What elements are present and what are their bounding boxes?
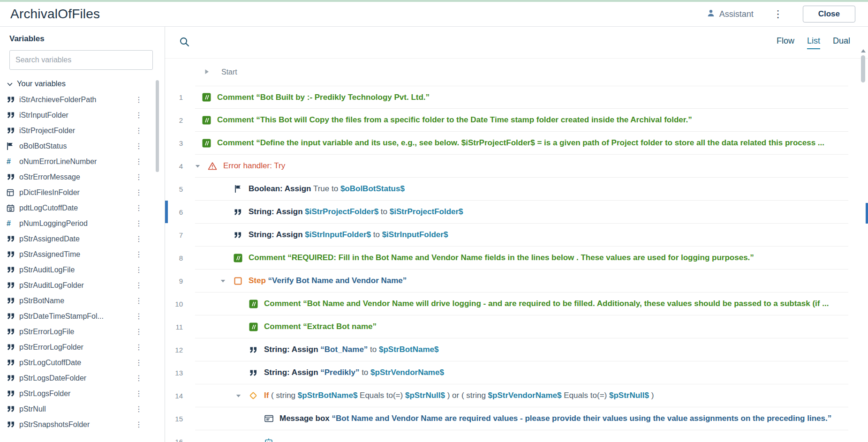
action-card[interactable]: Comment “Define the input variable and i… — [195, 132, 848, 155]
variable-item[interactable]: pStrDateTimeStampFol...⋮ — [7, 308, 144, 324]
variable-menu-button[interactable]: ⋮ — [134, 142, 144, 150]
variable-menu-button[interactable]: ⋮ — [134, 343, 144, 352]
flow-line-16[interactable]: 16 — [165, 430, 848, 442]
action-card[interactable]: Comment “REQUIRED: Fill in the Bot Name … — [195, 247, 848, 270]
variable-menu-button[interactable]: ⋮ — [134, 405, 144, 413]
variable-menu-button[interactable]: ⋮ — [134, 389, 144, 398]
flow-line-9[interactable]: 9Step “Verify Bot Name and Vendor Name” — [165, 270, 848, 292]
variable-menu-button[interactable]: ⋮ — [134, 157, 144, 166]
variable-item[interactable]: pStrAssignedDate⋮ — [7, 231, 144, 247]
variable-menu-button[interactable]: ⋮ — [134, 219, 144, 228]
variable-menu-button[interactable]: ⋮ — [134, 188, 144, 197]
collapse-chevron-icon[interactable] — [220, 279, 226, 283]
variable-item[interactable]: pStrAssignedTime⋮ — [7, 247, 144, 262]
view-option-flow[interactable]: Flow — [777, 36, 794, 49]
variable-item[interactable]: pStrNull⋮ — [7, 401, 144, 417]
action-card[interactable]: If ( string $pStrBotName$ Equals to(=) $… — [195, 384, 848, 407]
variable-menu-button[interactable]: ⋮ — [134, 296, 144, 305]
action-card[interactable] — [195, 430, 848, 442]
action-card[interactable]: Comment “Bot Name and Vendor Name will d… — [195, 292, 848, 315]
variable-menu-button[interactable]: ⋮ — [134, 281, 144, 290]
action-card[interactable]: String: Assign $iStrInputFolder$ to $iSt… — [195, 224, 848, 247]
search-actions-icon[interactable] — [179, 37, 189, 49]
variable-item[interactable]: iStrArchieveFolderPath⋮ — [7, 92, 144, 107]
action-card[interactable]: Comment “This Bot will Copy the files fr… — [195, 109, 848, 132]
flow-line-14[interactable]: 14If ( string $pStrBotName$ Equals to(=)… — [165, 384, 848, 407]
action-card[interactable]: String: Assign “Bot_Name” to $pStrBotNam… — [195, 338, 848, 361]
variable-menu-button[interactable]: ⋮ — [134, 420, 144, 429]
line-number: 4 — [165, 155, 195, 178]
start-row[interactable]: Start — [165, 59, 868, 86]
variable-menu-button[interactable]: ⋮ — [134, 234, 144, 243]
your-variables-toggle[interactable]: Your variables — [0, 79, 165, 88]
comment-icon — [248, 300, 258, 308]
variable-item[interactable]: #oNumErrorLineNumber⋮ — [7, 154, 144, 169]
flow-line-8[interactable]: 8Comment “REQUIRED: Fill in the Bot Name… — [165, 247, 848, 270]
action-card[interactable]: Error handler: Try — [195, 155, 848, 178]
variable-item[interactable]: pStrBotName⋮ — [7, 293, 144, 308]
variable-menu-button[interactable]: ⋮ — [134, 327, 144, 336]
action-card[interactable]: Comment “Extract Bot name” — [195, 315, 848, 338]
action-card[interactable]: Boolean: Assign True to $oBolBotStatus$ — [195, 178, 848, 201]
scroll-thumb[interactable] — [861, 55, 865, 82]
variable-item[interactable]: pStrErrorLogFolder⋮ — [7, 339, 144, 355]
flow-line-3[interactable]: 3Comment “Define the input variable and … — [165, 132, 848, 155]
variable-menu-button[interactable]: ⋮ — [134, 312, 144, 321]
variable-menu-button[interactable]: ⋮ — [134, 265, 144, 274]
segment-plain: ) or ( string — [445, 391, 488, 400]
scroll-up-arrow-icon[interactable] — [861, 49, 866, 52]
action-text: Comment “Bot Name and Vendor Name will d… — [264, 299, 848, 308]
variable-menu-button[interactable]: ⋮ — [134, 95, 144, 104]
variable-item[interactable]: iStrProjectFolder⋮ — [7, 123, 144, 138]
action-card[interactable]: Comment “Bot Built by :- Predikly Techno… — [195, 86, 848, 109]
close-button[interactable]: Close — [803, 6, 855, 22]
action-card[interactable]: Step “Verify Bot Name and Vendor Name” — [195, 270, 848, 292]
variable-menu-button[interactable]: ⋮ — [134, 203, 144, 212]
variable-item[interactable]: pdtLogCutoffDate⋮ — [7, 200, 144, 216]
action-card[interactable]: String: Assign $iStrProjectFolder$ to $i… — [195, 201, 848, 224]
variable-item[interactable]: pStrAuditLogFolder⋮ — [7, 277, 144, 293]
variable-menu-button[interactable]: ⋮ — [134, 374, 144, 382]
string-quotes-icon — [7, 112, 19, 119]
flow-line-5[interactable]: 5Boolean: Assign True to $oBolBotStatus$ — [165, 178, 848, 201]
more-options-button[interactable]: ⋮ — [771, 8, 785, 20]
sidebar-scrollbar-thumb[interactable] — [156, 80, 159, 172]
canvas-scrollbar[interactable] — [860, 49, 867, 442]
variable-item[interactable]: pStrErrorLogFile⋮ — [7, 324, 144, 339]
view-option-dual[interactable]: Dual — [833, 36, 850, 49]
variable-menu-button[interactable]: ⋮ — [134, 126, 144, 135]
collapse-chevron-icon[interactable] — [195, 165, 201, 168]
variable-item[interactable]: pStrSnapshotsFolder⋮ — [7, 417, 144, 432]
flow-line-7[interactable]: 7String: Assign $iStrInputFolder$ to $iS… — [165, 224, 848, 247]
flow-line-10[interactable]: 10Comment “Bot Name and Vendor Name will… — [165, 292, 848, 315]
variable-item[interactable]: oBolBotStatus⋮ — [7, 138, 144, 154]
variable-item[interactable]: pStrLogCutoffDate⋮ — [7, 355, 144, 370]
variable-menu-button[interactable]: ⋮ — [134, 111, 144, 120]
variable-item[interactable]: pStrAuditLogFile⋮ — [7, 262, 144, 277]
flow-line-12[interactable]: 12String: Assign “Bot_Name” to $pStrBotN… — [165, 338, 848, 361]
variable-menu-button[interactable]: ⋮ — [134, 358, 144, 367]
flow-line-11[interactable]: 11Comment “Extract Bot name” — [165, 315, 848, 338]
action-card[interactable]: Message box “Bot Name and Vendor Name ar… — [195, 407, 848, 430]
flow-line-1[interactable]: 1Comment “Bot Built by :- Predikly Techn… — [165, 86, 848, 109]
variable-item[interactable]: iStrInputFolder⋮ — [7, 107, 144, 123]
search-variables-input[interactable] — [9, 50, 153, 70]
flow-line-6[interactable]: 6String: Assign $iStrProjectFolder$ to $… — [165, 201, 848, 224]
variable-item[interactable]: pDictFilesInFolder⋮ — [7, 185, 144, 200]
action-card[interactable]: String: Assign “Predikly” to $pStrVendor… — [195, 361, 848, 384]
variable-item[interactable]: pStrLogsDateFolder⋮ — [7, 370, 144, 386]
segment-comment_text: “REQUIRED: Fill in the Bot Name and Vend… — [285, 253, 754, 262]
string-quotes-icon — [7, 421, 19, 428]
flow-line-2[interactable]: 2Comment “This Bot will Copy the files f… — [165, 109, 848, 132]
view-option-list[interactable]: List — [807, 36, 820, 49]
variable-item[interactable]: #pNumLoggingPeriod⋮ — [7, 216, 144, 231]
flow-line-15[interactable]: 15Message box “Bot Name and Vendor Name … — [165, 407, 848, 430]
assistant-button[interactable]: Assistant — [707, 9, 754, 20]
variable-menu-button[interactable]: ⋮ — [134, 172, 144, 181]
variable-menu-button[interactable]: ⋮ — [134, 250, 144, 259]
flow-line-4[interactable]: 4Error handler: Try — [165, 155, 848, 178]
collapse-chevron-icon[interactable] — [236, 394, 242, 397]
variable-item[interactable]: pStrLogsFolder⋮ — [7, 386, 144, 401]
variable-item[interactable]: oStrErrorMessage⋮ — [7, 169, 144, 185]
flow-line-13[interactable]: 13String: Assign “Predikly” to $pStrVend… — [165, 361, 848, 384]
